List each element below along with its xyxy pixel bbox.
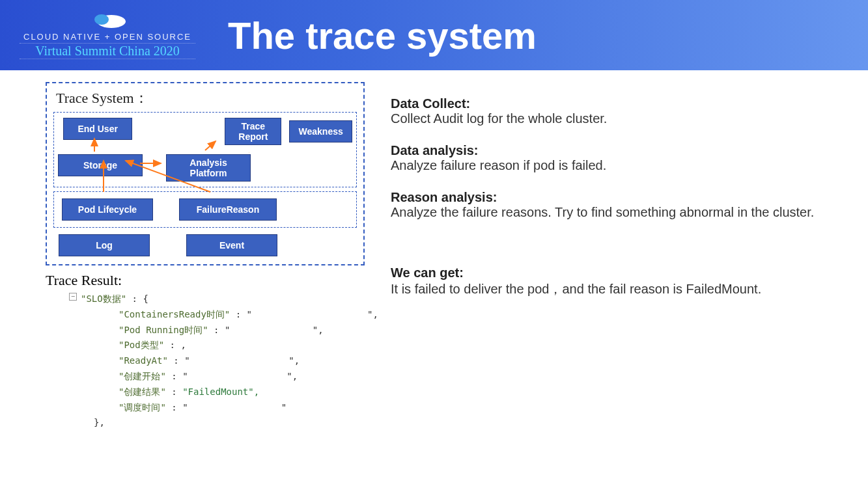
right-column: Data Collect: Collect Audit log for the … — [365, 70, 868, 431]
collapse-icon: − — [69, 293, 77, 301]
node-pod-lifecycle: Pod Lifecycle — [62, 198, 153, 221]
node-analysis-platform: Analysis Platform — [166, 154, 251, 182]
trace-system-diagram: Trace System： End User Trace Report Weak… — [46, 82, 365, 265]
slide-title: The trace system — [228, 14, 537, 57]
json-row: "创建开始" : " ", — [81, 369, 365, 385]
node-trace-report: Trace Report — [225, 118, 281, 145]
logo-text-line2: Virtual Summit China 2020 — [20, 43, 195, 59]
node-failure-reason: FailureReason — [179, 198, 277, 221]
slide-header: CLOUD NATIVE + OPEN SOURCE Virtual Summi… — [0, 0, 868, 70]
logo-block: CLOUD NATIVE + OPEN SOURCE Virtual Summi… — [0, 11, 195, 59]
json-row: "调度时间" : " " — [81, 400, 365, 416]
trace-result-title: Trace Result: — [46, 272, 365, 289]
trace-result-json: − "SLO数据" : { "ContainersReady时间" : " ",… — [46, 291, 365, 431]
section-body: Analyze failure reason if pod is failed. — [391, 158, 842, 173]
cloud-icon — [20, 11, 195, 31]
slide-body: Trace System： End User Trace Report Weak… — [0, 70, 868, 431]
diagram-group-bottom: Log Event — [53, 232, 357, 259]
section-heading: We can get: — [391, 265, 842, 280]
json-row: "ReadyAt" : " ", — [81, 353, 365, 369]
left-column: Trace System： End User Trace Report Weak… — [0, 70, 365, 431]
section-body: Analyze the failure reasons. Try to find… — [391, 205, 842, 220]
section-data-analysis: Data analysis: Analyze failure reason if… — [391, 143, 842, 173]
section-we-can-get: We can get: It is failed to deliver the … — [391, 265, 842, 298]
json-row: "创建结果" : "FailedMount", — [81, 385, 365, 400]
section-heading: Reason analysis: — [391, 190, 842, 205]
logo-text-line1: CLOUD NATIVE + OPEN SOURCE — [20, 32, 195, 42]
node-weakness: Weakness — [289, 120, 352, 142]
diagram-title: Trace System： — [56, 88, 357, 108]
json-row: "Pod Running时间" : " ", — [81, 323, 365, 338]
node-log: Log — [59, 234, 150, 256]
json-root-key: "SLO数据" — [81, 293, 132, 304]
section-heading: Data Collect: — [391, 96, 842, 111]
json-brace-open: : { — [132, 293, 148, 304]
section-body: It is failed to deliver the pod，and the … — [391, 280, 842, 298]
section-reason-analysis: Reason analysis: Analyze the failure rea… — [391, 190, 842, 220]
diagram-group-middle: Pod Lifecycle FailureReason — [53, 191, 357, 228]
node-event: Event — [186, 234, 277, 256]
json-row: "ContainersReady时间" : " ", — [81, 307, 365, 323]
section-heading: Data analysis: — [391, 143, 842, 158]
json-row: "Pod类型" : , — [81, 338, 365, 353]
node-end-user: End User — [63, 118, 132, 140]
diagram-group-top: End User Trace Report Weakness Storage A… — [53, 112, 357, 187]
node-storage: Storage — [58, 154, 143, 176]
json-brace-close: }, — [81, 415, 365, 431]
section-body: Collect Audit log for the whole cluster. — [391, 111, 842, 126]
section-data-collect: Data Collect: Collect Audit log for the … — [391, 96, 842, 126]
svg-point-1 — [94, 14, 109, 25]
